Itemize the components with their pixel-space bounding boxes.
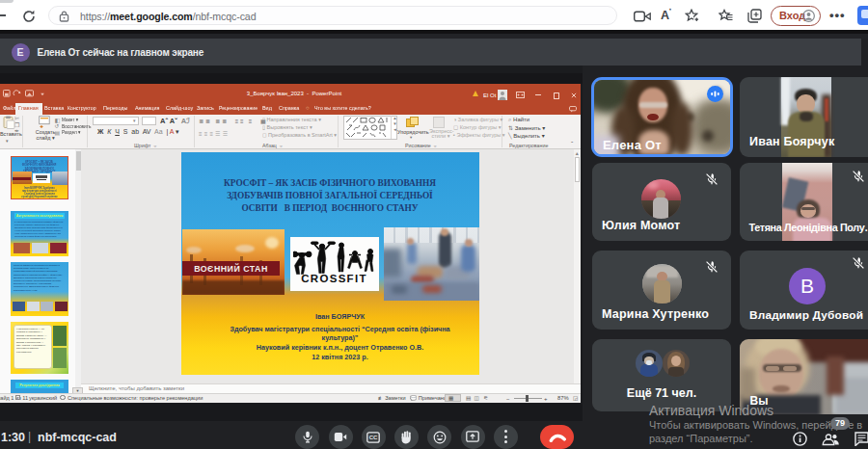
svg-text:CC: CC xyxy=(369,435,378,440)
